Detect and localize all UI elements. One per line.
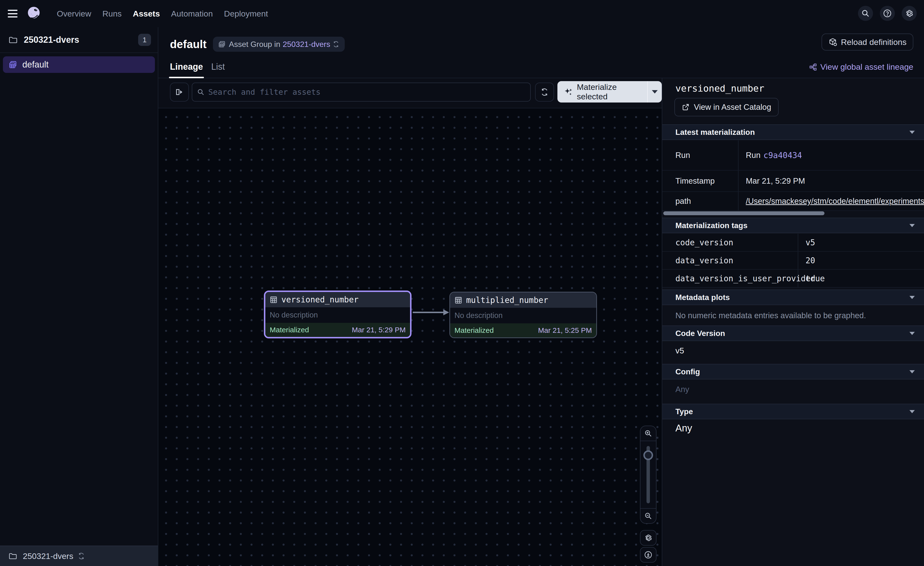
asset-node-description: No description bbox=[450, 308, 596, 323]
zoom-in-icon[interactable] bbox=[640, 426, 656, 441]
asset-table-icon bbox=[454, 297, 462, 304]
badge-prefix: Asset Group in bbox=[229, 40, 280, 49]
help-icon[interactable] bbox=[880, 6, 895, 21]
asset-node-multiplied-number[interactable]: multiplied_number No description Materia… bbox=[449, 292, 597, 338]
nav-icon-group bbox=[858, 6, 917, 21]
asset-search-box bbox=[192, 83, 531, 102]
tag-key: code_version bbox=[662, 234, 798, 251]
sidebar-item-default[interactable]: default bbox=[3, 56, 155, 73]
settings-gear-icon[interactable] bbox=[902, 6, 917, 21]
nav-item-deployment[interactable]: Deployment bbox=[224, 9, 268, 18]
asset-group-icon bbox=[218, 41, 225, 48]
asset-node-header: versioned_number bbox=[266, 292, 410, 307]
section-materialization-tags[interactable]: Materialization tags bbox=[662, 218, 924, 233]
asset-node-header: multiplied_number bbox=[450, 292, 596, 308]
nav-item-automation[interactable]: Automation bbox=[171, 9, 213, 18]
asset-node-versioned-number[interactable]: versioned_number No description Material… bbox=[264, 291, 411, 339]
download-graph-icon[interactable] bbox=[640, 547, 657, 563]
section-config[interactable]: Config bbox=[662, 364, 924, 379]
tag-value: 20 bbox=[798, 252, 924, 269]
sidebar: 250321-dvers 1 default 250321-dvers bbox=[0, 27, 158, 566]
collapse-caret-icon bbox=[909, 332, 915, 335]
asset-group-icon bbox=[9, 60, 17, 69]
folder-icon bbox=[9, 552, 17, 560]
reload-definitions-icon bbox=[828, 38, 837, 47]
section-heading: Materialization tags bbox=[675, 221, 747, 230]
view-global-label: View global asset lineage bbox=[820, 62, 914, 72]
timestamp-value: Mar 21, 5:29 PM bbox=[738, 170, 924, 191]
lineage-graph-icon bbox=[809, 63, 817, 71]
section-heading: Code Version bbox=[675, 329, 725, 338]
path-label: path bbox=[662, 192, 738, 210]
refresh-icon[interactable] bbox=[78, 552, 85, 560]
materialized-status: Materialized bbox=[270, 326, 309, 334]
refresh-icon[interactable] bbox=[333, 41, 339, 48]
asset-group-badge[interactable]: Asset Group in 250321-dvers bbox=[213, 37, 345, 52]
nav-items: Overview Runs Assets Automation Deployme… bbox=[57, 9, 268, 18]
row-run: Run Run c9a40434 bbox=[662, 140, 924, 170]
materialize-dropdown-caret-icon[interactable] bbox=[648, 90, 662, 93]
tag-row-code-version: code_version v5 bbox=[662, 234, 924, 252]
materialized-status: Materialized bbox=[454, 326, 494, 334]
scrollbar-thumb[interactable] bbox=[663, 211, 825, 215]
section-heading: Metadata plots bbox=[675, 293, 730, 302]
tab-lineage[interactable]: Lineage bbox=[170, 62, 203, 72]
tag-value: true bbox=[798, 269, 924, 287]
path-link[interactable]: /Users/smackesey/stm/code/elementl/exper… bbox=[746, 197, 924, 206]
section-type[interactable]: Type bbox=[662, 404, 924, 419]
section-latest-materialization[interactable]: Latest materialization bbox=[662, 124, 924, 140]
materialized-timestamp: Mar 21, 5:25 PM bbox=[538, 326, 592, 334]
view-in-asset-catalog-button[interactable]: View in Asset Catalog bbox=[674, 98, 778, 116]
lineage-canvas[interactable]: versioned_number No description Material… bbox=[158, 108, 662, 566]
config-value: Any bbox=[675, 385, 689, 394]
tag-key: data_version_is_user_provided bbox=[662, 269, 798, 287]
reload-definitions-button[interactable]: Reload definitions bbox=[822, 33, 914, 51]
zoom-slider-handle[interactable] bbox=[644, 450, 653, 460]
asset-detail-panel: versioned_number View in Asset Catalog L… bbox=[662, 78, 924, 566]
run-label: Run bbox=[662, 140, 738, 170]
dagster-app: Overview Runs Assets Automation Deployme… bbox=[0, 0, 924, 566]
nav-item-overview[interactable]: Overview bbox=[57, 9, 91, 18]
folder-icon bbox=[9, 36, 18, 44]
external-link-icon bbox=[682, 103, 690, 111]
row-path: path /Users/smackesey/stm/code/elementl/… bbox=[662, 192, 924, 211]
materialized-timestamp: Mar 21, 5:29 PM bbox=[352, 326, 406, 334]
nav-item-runs[interactable]: Runs bbox=[102, 9, 122, 18]
run-value-prefix: Run bbox=[746, 151, 760, 160]
collapse-caret-icon bbox=[909, 224, 915, 227]
code-version-value: v5 bbox=[675, 346, 684, 355]
run-value: Run c9a40434 bbox=[738, 140, 924, 170]
materialize-selected-button[interactable]: Materialize selected bbox=[557, 81, 662, 102]
tab-list[interactable]: List bbox=[211, 62, 225, 72]
graph-settings-gear-icon[interactable] bbox=[640, 530, 657, 546]
section-code-version[interactable]: Code Version bbox=[662, 325, 924, 341]
sidebar-item-label: default bbox=[22, 60, 48, 70]
tab-bar: Lineage List View global asset lineage bbox=[158, 58, 924, 78]
materialize-selected-label: Materialize selected bbox=[577, 82, 641, 101]
asset-node-name: multiplied_number bbox=[466, 295, 548, 305]
dagster-logo-icon[interactable] bbox=[27, 6, 42, 21]
hamburger-menu-icon[interactable] bbox=[8, 10, 18, 18]
view-global-asset-lineage-link[interactable]: View global asset lineage bbox=[809, 62, 914, 72]
asset-node-name: versioned_number bbox=[281, 295, 358, 304]
nav-item-assets[interactable]: Assets bbox=[133, 9, 160, 18]
expand-panel-icon[interactable] bbox=[170, 83, 189, 102]
collapse-caret-icon bbox=[909, 410, 915, 413]
badge-group-link[interactable]: 250321-dvers bbox=[283, 40, 330, 49]
refresh-graph-icon[interactable] bbox=[535, 83, 554, 102]
search-icon[interactable] bbox=[858, 6, 873, 21]
run-id-link[interactable]: c9a40434 bbox=[764, 151, 802, 160]
collapse-caret-icon bbox=[909, 296, 915, 299]
zoom-out-icon[interactable] bbox=[640, 508, 656, 523]
search-input[interactable] bbox=[208, 87, 525, 97]
asset-node-description: No description bbox=[266, 307, 410, 323]
tag-value: v5 bbox=[798, 234, 924, 251]
row-timestamp: Timestamp Mar 21, 5:29 PM bbox=[662, 170, 924, 192]
reload-definitions-label: Reload definitions bbox=[841, 38, 906, 47]
asset-node-footer: Materialized Mar 21, 5:25 PM bbox=[450, 323, 596, 337]
section-metadata-plots[interactable]: Metadata plots bbox=[662, 289, 924, 305]
sidebar-group-label: 250321-dvers bbox=[24, 35, 138, 45]
sidebar-footer-label: 250321-dvers bbox=[23, 551, 74, 561]
sidebar-group-250321-dvers[interactable]: 250321-dvers 1 bbox=[0, 27, 158, 53]
page-title: default bbox=[170, 38, 207, 51]
